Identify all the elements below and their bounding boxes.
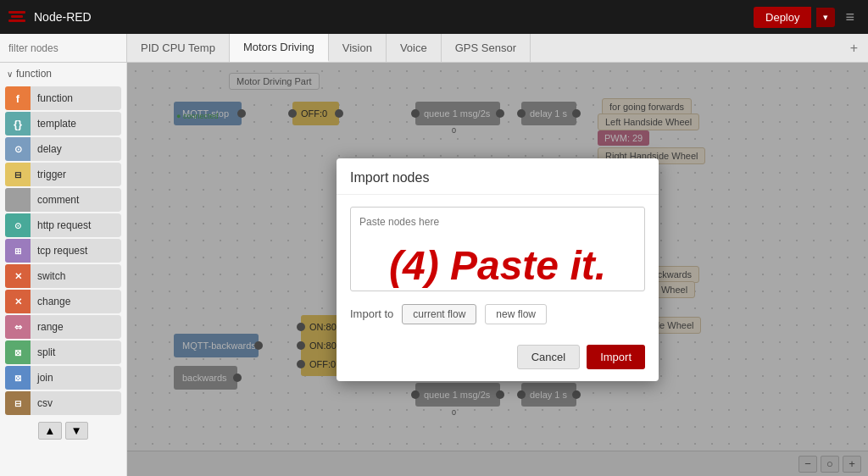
cancel-button[interactable]: Cancel (517, 345, 580, 369)
import-to-label: Import to (350, 307, 393, 320)
change-label: change (31, 290, 121, 313)
sidebar: ∨ function f function {} template ⊙ dela… (0, 63, 127, 476)
trigger-label: trigger (31, 163, 121, 186)
canvas: Motor Driving Part MQTT-stop ● connected… (127, 63, 868, 476)
function-label: function (31, 86, 121, 110)
paste-nodes-textarea[interactable] (350, 207, 645, 291)
range-label: range (31, 315, 121, 339)
topbar-right: Deploy ▾ ≡ (754, 7, 860, 28)
import-overlay: Import nodes (4) Paste it. Import to cur… (127, 63, 868, 476)
node-http-request[interactable]: ⊙ http request (5, 213, 121, 237)
logo-bar-2 (11, 15, 23, 18)
node-switch[interactable]: ✕ switch (5, 264, 121, 288)
node-change[interactable]: ✕ change (5, 290, 121, 313)
comment-label: comment (31, 188, 121, 212)
split-icon: ⊠ (5, 340, 31, 364)
new-flow-button[interactable]: new flow (485, 304, 547, 324)
node-split[interactable]: ⊠ split (5, 340, 121, 364)
deploy-dropdown-button[interactable]: ▾ (816, 8, 835, 27)
nodered-logo: Node-RED (8, 9, 92, 25)
deploy-button[interactable]: Deploy (754, 7, 811, 28)
join-label: join (31, 366, 121, 390)
template-label: template (31, 112, 121, 136)
tabbar: PID CPU Temp Motors Driving Vision Voice… (0, 34, 868, 63)
tcp-request-icon: ⊞ (5, 239, 31, 263)
delay-icon: ⊙ (5, 137, 31, 161)
node-csv[interactable]: ⊟ csv (5, 391, 121, 415)
tab-pid[interactable]: PID CPU Temp (127, 34, 230, 62)
trigger-icon: ⊟ (5, 163, 31, 186)
filter-nodes-input[interactable] (0, 34, 127, 62)
tab-motors[interactable]: Motors Driving (230, 34, 329, 62)
topbar-left: Node-RED (8, 9, 92, 25)
dialog-title: Import nodes (337, 158, 659, 195)
logo-bar-1 (8, 11, 25, 14)
logo-icon (8, 9, 29, 25)
switch-label: switch (31, 264, 121, 288)
dialog-footer: Cancel Import (337, 336, 659, 381)
switch-icon: ✕ (5, 264, 31, 288)
function-icon: f (5, 86, 31, 110)
comment-icon (5, 188, 31, 212)
import-to-row: Import to current flow new flow (350, 304, 645, 324)
range-icon: ⇔ (5, 315, 31, 339)
tcp-request-label: tcp request (31, 239, 121, 263)
split-label: split (31, 340, 121, 364)
scroll-down-button[interactable]: ▼ (65, 422, 88, 440)
node-range[interactable]: ⇔ range (5, 315, 121, 339)
dialog-body: (4) Paste it. Import to current flow new… (337, 195, 659, 336)
logo-bar-3 (8, 19, 25, 22)
sidebar-section-label: function (16, 68, 52, 80)
add-tab-button[interactable]: + (840, 34, 868, 62)
node-template[interactable]: {} template (5, 112, 121, 136)
chevron-icon: ∨ (7, 69, 13, 79)
tab-voice[interactable]: Voice (387, 34, 442, 62)
node-trigger[interactable]: ⊟ trigger (5, 163, 121, 186)
import-dialog: Import nodes (4) Paste it. Import to cur… (337, 158, 659, 381)
http-request-icon: ⊙ (5, 213, 31, 237)
main-layout: ∨ function f function {} template ⊙ dela… (0, 63, 868, 476)
tab-gps[interactable]: GPS Sensor (442, 34, 531, 62)
node-tcp-request[interactable]: ⊞ tcp request (5, 239, 121, 263)
node-comment[interactable]: comment (5, 188, 121, 212)
sidebar-section-function: ∨ function (0, 63, 126, 85)
join-icon: ⊠ (5, 366, 31, 390)
scroll-up-button[interactable]: ▲ (38, 422, 61, 440)
node-join[interactable]: ⊠ join (5, 366, 121, 390)
template-icon: {} (5, 112, 31, 136)
current-flow-button[interactable]: current flow (402, 304, 476, 324)
app-name: Node-RED (34, 10, 92, 24)
tab-vision[interactable]: Vision (329, 34, 387, 62)
csv-icon: ⊟ (5, 391, 31, 415)
delay-label: delay (31, 137, 121, 161)
import-button[interactable]: Import (587, 345, 645, 369)
node-delay[interactable]: ⊙ delay (5, 137, 121, 161)
topbar: Node-RED Deploy ▾ ≡ (0, 0, 868, 34)
change-icon: ✕ (5, 290, 31, 313)
http-request-label: http request (31, 213, 121, 237)
menu-button[interactable]: ≡ (840, 8, 860, 26)
node-function[interactable]: f function (5, 86, 121, 110)
csv-label: csv (31, 391, 121, 415)
